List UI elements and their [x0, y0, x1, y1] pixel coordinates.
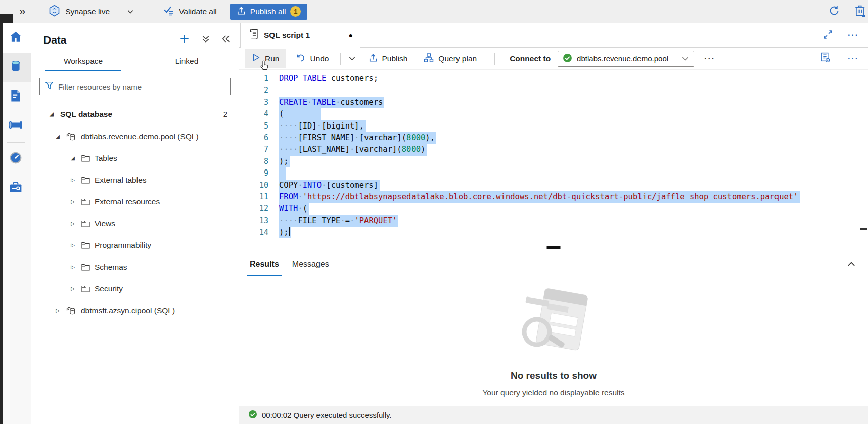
query-plan-button[interactable]: Query plan: [417, 49, 483, 68]
line-number: 4: [239, 108, 268, 120]
synapse-live-selector[interactable]: Synapse live: [49, 5, 134, 19]
filter-resources-box: [39, 78, 231, 95]
database-icon: [9, 60, 22, 75]
resource-tree-items: ◢dbtlabs.revenue.demo.pool (SQL)◢Tables▷…: [31, 125, 239, 321]
code-line-13[interactable]: 13····FILE_TYPE·=·'PARQUET': [239, 215, 868, 227]
double-chevron-right-icon[interactable]: »: [19, 6, 25, 17]
editor-overview-cursor-mark: [860, 228, 867, 230]
tree-item-security[interactable]: ▷Security: [31, 278, 239, 300]
tree-item-dbtmsft-azsyn-cipool-sql[interactable]: ▷dbtmsft.azsyn.cipool (SQL): [31, 300, 239, 321]
rail-item-home[interactable]: [0, 23, 31, 53]
sql-pool-icon: [66, 132, 76, 141]
folder-icon: [81, 220, 90, 227]
code-line-11[interactable]: 11FROM·'https://dbtlabsynapsedatalake.bl…: [239, 191, 868, 203]
tab-sql-script-1[interactable]: SQL script 1 ●: [240, 23, 360, 48]
synapse-hexagon-icon: [49, 5, 60, 19]
toolbar-separator: [494, 53, 495, 65]
no-results-illustration: [500, 285, 607, 363]
collapsed-arrow-icon[interactable]: ▷: [69, 286, 77, 291]
code-line-1[interactable]: 1DROP TABLE customers;: [239, 73, 868, 84]
toolbar-more-icon[interactable]: ···: [704, 54, 715, 63]
code-line-10[interactable]: 10COPY·INTO·[customers]: [239, 180, 868, 191]
tree-item-label: Schemas: [95, 263, 127, 272]
expanded-arrow-icon[interactable]: ◢: [54, 134, 62, 139]
tree-item-label: Views: [95, 219, 115, 228]
tree-item-tables[interactable]: ◢Tables: [31, 147, 239, 169]
validate-all-button[interactable]: Validate all: [163, 6, 217, 18]
collapsed-arrow-icon[interactable]: ▷: [54, 308, 62, 313]
tree-item-label: External resources: [95, 197, 160, 206]
rail-item-integrate[interactable]: [0, 111, 31, 141]
expanded-arrow-icon[interactable]: ◢: [69, 155, 77, 161]
undo-label: Undo: [310, 54, 329, 63]
tab-results[interactable]: Results: [243, 252, 286, 276]
rail-item-data[interactable]: [0, 53, 31, 82]
chevron-down-icon[interactable]: [127, 8, 134, 15]
tab-linked[interactable]: Linked: [135, 52, 239, 71]
code-line-8[interactable]: 8);: [239, 156, 868, 167]
refresh-icon[interactable]: [828, 5, 840, 19]
tree-item-external-tables[interactable]: ▷External tables: [31, 169, 239, 191]
splitter-drag-handle[interactable]: [547, 246, 561, 249]
toolbar-separator: [340, 53, 341, 65]
line-number: 7: [239, 144, 268, 155]
line-number: 10: [239, 180, 268, 191]
code-line-3[interactable]: 3CREATE·TABLE·customers: [239, 97, 868, 108]
rail-item-develop[interactable]: [0, 82, 31, 111]
upload-icon: [237, 6, 246, 17]
collapsed-arrow-icon[interactable]: ▷: [69, 177, 77, 183]
collapsed-arrow-icon[interactable]: ▷: [69, 264, 77, 270]
rail-item-manage[interactable]: [0, 174, 31, 203]
tree-item-label: Tables: [95, 154, 117, 163]
resource-tree: ◢ SQL database 2 ◢dbtlabs.revenue.demo.p…: [31, 101, 239, 424]
collapsed-arrow-icon[interactable]: ▷: [69, 221, 77, 226]
collapsed-arrow-icon[interactable]: ▷: [69, 242, 77, 248]
code-line-14[interactable]: 14);: [239, 227, 868, 238]
sql-script-icon: [249, 29, 258, 41]
toolbar-right-more-icon[interactable]: ···: [848, 54, 859, 63]
tab-workspace[interactable]: Workspace: [31, 52, 135, 71]
pool-selector-dropdown[interactable]: dbtlabs.revenue.demo.pool: [558, 51, 694, 67]
tree-item-schemas[interactable]: ▷Schemas: [31, 256, 239, 278]
sql-code-editor[interactable]: 1DROP TABLE customers;23CREATE·TABLE·cus…: [239, 70, 868, 248]
rail-item-monitor[interactable]: [0, 144, 31, 174]
collapsed-arrow-icon[interactable]: ▷: [69, 199, 77, 204]
publish-label: Publish: [382, 54, 408, 63]
undo-dropdown-chevron-icon[interactable]: [345, 55, 359, 62]
collapse-panel-double-chevron-left-icon[interactable]: [221, 34, 231, 46]
tree-item-dbtlabs-revenue-demo-pool-sql[interactable]: ◢dbtlabs.revenue.demo.pool (SQL): [31, 125, 239, 147]
line-number: 3: [239, 97, 268, 108]
code-line-2[interactable]: 2: [239, 84, 868, 96]
undo-button[interactable]: Undo: [290, 49, 335, 68]
chevron-up-icon[interactable]: [847, 260, 856, 269]
tree-item-views[interactable]: ▷Views: [31, 213, 239, 234]
code-line-6[interactable]: 6····[FIRST_NAME]·[varchar](8000),: [239, 132, 868, 144]
code-lines: 1DROP TABLE customers;23CREATE·TABLE·cus…: [239, 73, 868, 238]
tree-section-sql-database[interactable]: ◢ SQL database 2: [31, 103, 239, 125]
chevron-down-icon[interactable]: [681, 55, 689, 62]
publish-button[interactable]: Publish: [362, 49, 415, 68]
publish-all-button[interactable]: Publish all 1: [230, 4, 308, 20]
code-line-7[interactable]: 7····[LAST_NAME]·[varchar](8000): [239, 144, 868, 155]
code-line-5[interactable]: 5····[ID]·[bigint],: [239, 120, 868, 132]
expand-editor-icon[interactable]: [823, 30, 833, 41]
pool-selector-value: dbtlabs.revenue.demo.pool: [577, 54, 668, 63]
expanded-arrow-icon[interactable]: ◢: [48, 111, 56, 117]
tab-messages[interactable]: Messages: [286, 252, 336, 276]
tree-item-programmability[interactable]: ▷Programmability: [31, 234, 239, 256]
code-line-9[interactable]: 9: [239, 167, 868, 179]
flowchart-icon: [424, 53, 434, 64]
data-panel: Data Workspace Linked ◢ SQL database: [31, 23, 239, 424]
code-line-4[interactable]: 4(: [239, 108, 868, 120]
filter-resources-input[interactable]: [58, 82, 225, 91]
collapse-all-double-chevron-icon[interactable]: [201, 34, 210, 46]
tree-item-external-resources[interactable]: ▷External resources: [31, 191, 239, 213]
line-number: 14: [239, 227, 268, 238]
left-dark-edge: [0, 14, 3, 424]
add-resource-plus-icon[interactable]: [179, 33, 190, 47]
connect-to-label: Connect to: [510, 54, 551, 63]
tab-bar-more-icon[interactable]: ···: [848, 31, 859, 40]
discard-all-trash-icon[interactable]: [854, 5, 866, 19]
script-properties-icon[interactable]: [820, 52, 831, 65]
code-line-12[interactable]: 12WITH·(: [239, 203, 868, 215]
